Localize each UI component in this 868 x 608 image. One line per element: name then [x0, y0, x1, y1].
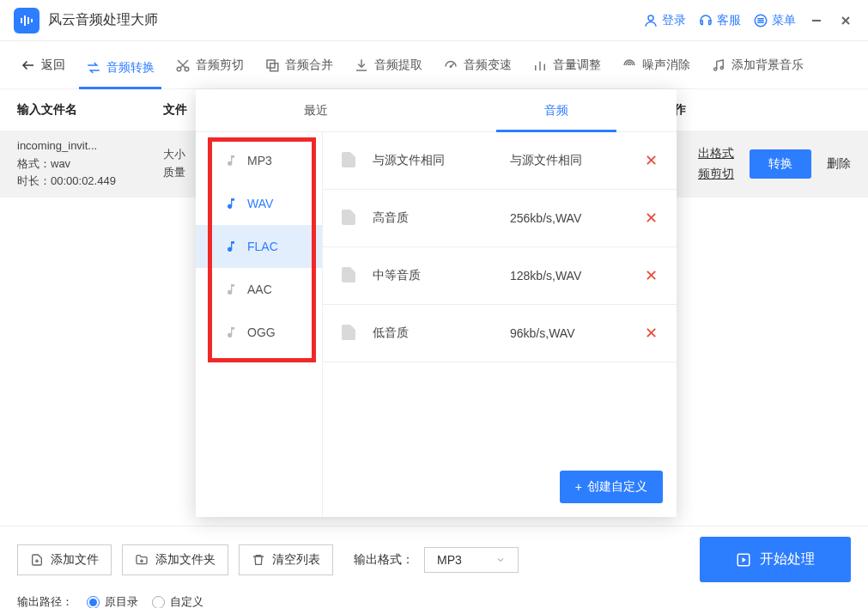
- format-item-mp3[interactable]: MP3: [196, 139, 322, 182]
- chevron-down-icon: [495, 555, 506, 565]
- file-ops: 出格式 频剪切 转换 删除: [662, 146, 851, 182]
- plus-icon: +: [575, 480, 582, 494]
- quality-delete-icon[interactable]: ✕: [640, 151, 661, 170]
- music-icon: [223, 196, 239, 211]
- close-button[interactable]: [837, 12, 854, 29]
- app-logo: [14, 8, 39, 33]
- add-file-button[interactable]: 添加文件: [17, 544, 112, 575]
- toolbar-bgm-label: 添加背景音乐: [731, 58, 804, 73]
- file-meta: incoming_invit... 格式：wav 时长：00:00:02.449: [17, 137, 163, 191]
- quality-row-low[interactable]: 低音质 96kb/s,WAV ✕: [323, 305, 677, 362]
- svg-rect-1: [24, 15, 26, 26]
- quality-name: 中等音质: [373, 268, 510, 283]
- file-op-trim[interactable]: 频剪切: [698, 167, 734, 182]
- toolbar-bgm[interactable]: 添加背景音乐: [704, 52, 810, 78]
- file-duration-label: 时长：: [17, 174, 51, 187]
- format-item-flac[interactable]: FLAC: [196, 225, 322, 268]
- toolbar-trim[interactable]: 音频剪切: [168, 52, 251, 78]
- quality-name: 低音质: [373, 325, 510, 341]
- svg-rect-0: [21, 18, 22, 23]
- start-process-label: 开始处理: [760, 550, 815, 568]
- format-item-ogg[interactable]: OGG: [196, 311, 322, 354]
- radio-custom-dir[interactable]: 自定义: [152, 594, 203, 608]
- clear-list-button[interactable]: 清空列表: [239, 544, 333, 575]
- toolbar: 返回 音频转换 音频剪切 音频合并 音频提取 音频变速 音量调整 噪声消除 添加…: [0, 41, 868, 89]
- output-format-label: 输出格式：: [354, 552, 414, 568]
- svg-rect-2: [27, 17, 29, 24]
- radio-checked-icon: [87, 596, 100, 609]
- svg-point-20: [450, 65, 452, 67]
- create-custom-button[interactable]: + 创建自定义: [560, 471, 663, 503]
- quality-spec: 128kb/s,WAV: [510, 269, 640, 283]
- toolbar-trim-label: 音频剪切: [196, 58, 244, 73]
- popover-tabs: 最近 音频: [196, 89, 677, 132]
- radio-original-dir[interactable]: 原目录: [87, 594, 138, 608]
- toolbar-speed[interactable]: 音频变速: [436, 52, 519, 78]
- toolbar-back-label: 返回: [41, 58, 65, 73]
- toolbar-volume-label: 音量调整: [553, 58, 601, 73]
- toolbar-merge[interactable]: 音频合并: [258, 52, 340, 78]
- music-icon: [223, 239, 239, 254]
- quality-spec: 96kb/s,WAV: [510, 326, 640, 340]
- radio-unchecked-icon: [152, 596, 165, 609]
- title-actions: 登录 客服 菜单: [643, 12, 854, 29]
- svg-point-25: [720, 66, 723, 69]
- create-custom-label: 创建自定义: [587, 479, 647, 495]
- delete-button[interactable]: 删除: [827, 156, 851, 172]
- tab-audio[interactable]: 音频: [436, 89, 677, 131]
- quality-list: 与源文件相同 与源文件相同 ✕ 高音质 256kb/s,WAV ✕ 中等音质 1…: [323, 132, 677, 517]
- title-bar: 风云音频处理大师 登录 客服 菜单: [0, 0, 868, 41]
- toolbar-noise[interactable]: 噪声消除: [615, 52, 697, 78]
- format-label: WAV: [247, 197, 273, 210]
- format-label: OGG: [247, 325, 276, 339]
- quality-delete-icon[interactable]: ✕: [640, 209, 661, 228]
- quality-row-mid[interactable]: 中等音质 128kb/s,WAV ✕: [323, 247, 677, 305]
- svg-marker-31: [743, 557, 747, 562]
- format-item-aac[interactable]: AAC: [196, 268, 322, 311]
- toolbar-convert[interactable]: 音频转换: [79, 55, 161, 89]
- support-link[interactable]: 客服: [698, 13, 741, 28]
- toolbar-extract-label: 音频提取: [374, 58, 422, 73]
- convert-button[interactable]: 转换: [750, 149, 811, 179]
- format-item-wav[interactable]: WAV: [196, 182, 322, 225]
- quality-row-same[interactable]: 与源文件相同 与源文件相同 ✕: [323, 132, 677, 190]
- tab-recent[interactable]: 最近: [196, 89, 436, 131]
- toolbar-merge-label: 音频合并: [285, 58, 333, 73]
- quality-delete-icon[interactable]: ✕: [640, 266, 661, 285]
- file-duration-value: 00:00:02.449: [51, 174, 116, 187]
- login-link[interactable]: 登录: [643, 13, 686, 28]
- quality-delete-icon[interactable]: ✕: [640, 324, 661, 343]
- quality-name: 与源文件相同: [373, 153, 510, 168]
- source-icon: [338, 149, 361, 172]
- radio-original-label: 原目录: [105, 594, 138, 608]
- source-icon: [338, 264, 361, 287]
- minimize-button[interactable]: [808, 12, 825, 29]
- toolbar-noise-label: 噪声消除: [642, 58, 690, 73]
- toolbar-back[interactable]: 返回: [14, 52, 72, 78]
- output-path-label: 输出路径：: [17, 594, 73, 608]
- menu-link[interactable]: 菜单: [753, 13, 796, 28]
- output-format-value: MP3: [437, 553, 462, 567]
- file-format-value: wav: [51, 157, 70, 170]
- start-process-button[interactable]: 开始处理: [700, 537, 851, 582]
- format-list: MP3 WAV FLAC AAC OGG: [196, 132, 323, 517]
- svg-point-24: [714, 68, 717, 70]
- quality-name: 高音质: [373, 210, 510, 226]
- header-filename: 输入文件名: [17, 102, 163, 118]
- toolbar-extract[interactable]: 音频提取: [347, 52, 429, 78]
- format-popover: 最近 音频 MP3 WAV FLAC AAC OGG: [196, 89, 677, 517]
- quality-row-high[interactable]: 高音质 256kb/s,WAV ✕: [323, 190, 677, 247]
- source-icon: [338, 322, 361, 344]
- output-format-select[interactable]: MP3: [424, 547, 519, 573]
- add-folder-label: 添加文件夹: [155, 552, 215, 568]
- menu-label: 菜单: [772, 13, 796, 28]
- file-op-output-format[interactable]: 出格式: [698, 146, 734, 161]
- toolbar-volume[interactable]: 音量调整: [525, 52, 608, 78]
- bottom-bar: 添加文件 添加文件夹 清空列表 输出格式： MP3 开始处理 输出路径： 原目录…: [0, 526, 868, 608]
- svg-point-4: [648, 15, 653, 21]
- add-folder-button[interactable]: 添加文件夹: [122, 544, 228, 575]
- svg-rect-3: [31, 19, 33, 22]
- music-icon: [223, 282, 239, 297]
- quality-spec: 256kb/s,WAV: [510, 211, 640, 225]
- add-file-label: 添加文件: [51, 552, 99, 568]
